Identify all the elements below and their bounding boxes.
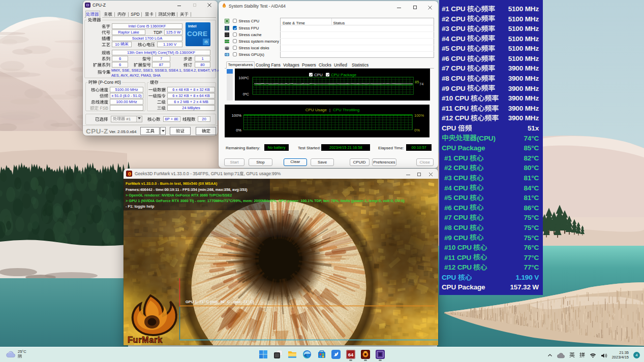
svg-text:CPU: CPU xyxy=(314,73,323,77)
svg-text:CPU Package: CPU Package xyxy=(331,73,357,77)
svg-text:FurMark v1.33.0.0 - Burn-in te: FurMark v1.33.0.0 - Burn-in test, 960x54… xyxy=(126,181,218,186)
svg-text:CPU Throttling: CPU Throttling xyxy=(333,108,359,112)
svg-text:0oC: 0oC xyxy=(243,92,250,96)
svg-text:0%: 0% xyxy=(236,128,242,133)
svg-text:100%: 100% xyxy=(414,113,424,118)
svg-text:CPU Usage: CPU Usage xyxy=(305,108,327,112)
svg-text:74: 74 xyxy=(419,82,423,86)
svg-text:|: | xyxy=(329,108,330,112)
svg-text:- F1: toggle help: - F1: toggle help xyxy=(126,204,155,209)
svg-text:Frames:406442 - time:00:19:11: Frames:406442 - time:00:19:11 - FPS:354 … xyxy=(126,187,248,192)
svg-text:> OpenGL renderer: NVIDIA GeFo: > OpenGL renderer: NVIDIA GeForce RTX 30… xyxy=(126,193,232,198)
svg-text:0%: 0% xyxy=(414,128,420,133)
svg-text:FurMark: FurMark xyxy=(128,335,163,344)
svg-text:100%: 100% xyxy=(232,113,241,118)
svg-text:64: 64 xyxy=(348,352,354,357)
svg-text:85: 85 xyxy=(415,80,419,84)
svg-text:100oC: 100oC xyxy=(238,76,249,80)
svg-text:> GPU 1 (NVIDIA GeForce RTX 30: > GPU 1 (NVIDIA GeForce RTX 3060 Ti) - c… xyxy=(126,199,405,203)
svg-text:GPU 1: 71° C (min: 58° C - max: GPU 1: 71° C (min: 58° C - max: 71° C) xyxy=(186,300,254,304)
